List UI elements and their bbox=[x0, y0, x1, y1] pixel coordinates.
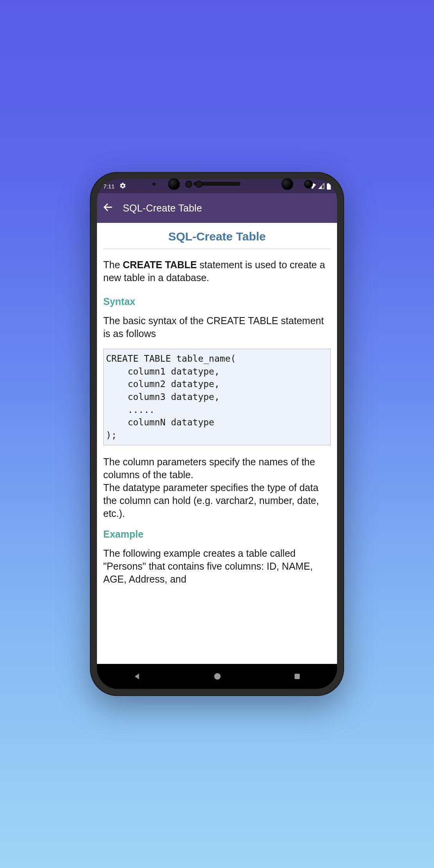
intro-text: The CREATE TABLE statement is used to cr… bbox=[103, 258, 331, 284]
nav-home-button[interactable] bbox=[213, 672, 222, 681]
syntax-description: The basic syntax of the CREATE TABLE sta… bbox=[103, 314, 331, 340]
column-description: The column parameters specify the names … bbox=[103, 456, 331, 520]
status-time: 7:11 bbox=[103, 183, 115, 190]
status-bar: 7:11 bbox=[97, 179, 337, 193]
phone-camera bbox=[304, 180, 313, 188]
example-heading: Example bbox=[103, 529, 331, 540]
phone-sensor bbox=[195, 181, 203, 188]
svg-rect-4 bbox=[295, 674, 300, 679]
content-scroll[interactable]: SQL-Create Table The CREATE TABLE statem… bbox=[97, 223, 337, 664]
app-bar: SQL-Create Table bbox=[97, 193, 337, 223]
phone-screen: 7:11 SQL-Create Ta bbox=[97, 179, 337, 689]
phone-camera bbox=[168, 178, 180, 190]
system-nav-bar bbox=[97, 664, 337, 689]
battery-icon bbox=[327, 183, 331, 190]
intro-keyword: CREATE TABLE bbox=[123, 259, 197, 270]
syntax-code-block: CREATE TABLE table_name( column1 datatyp… bbox=[103, 349, 331, 445]
phone-camera bbox=[282, 178, 293, 190]
nav-recent-button[interactable] bbox=[293, 673, 301, 680]
phone-sensor bbox=[152, 183, 156, 186]
nav-back-button[interactable] bbox=[133, 672, 142, 681]
back-button[interactable] bbox=[102, 202, 113, 214]
phone-frame: 7:11 SQL-Create Ta bbox=[90, 172, 344, 696]
divider bbox=[103, 249, 331, 249]
intro-prefix: The bbox=[103, 259, 123, 270]
example-description: The following example creates a table ca… bbox=[103, 547, 331, 586]
cell-signal-icon bbox=[318, 183, 325, 189]
phone-sensor bbox=[185, 181, 192, 188]
page-title: SQL-Create Table bbox=[103, 230, 331, 243]
app-bar-title: SQL-Create Table bbox=[123, 203, 202, 214]
svg-point-3 bbox=[214, 673, 221, 680]
svg-rect-1 bbox=[328, 183, 330, 183]
gear-icon bbox=[119, 182, 126, 190]
syntax-heading: Syntax bbox=[103, 296, 331, 307]
svg-rect-0 bbox=[327, 183, 331, 190]
scroll-fade bbox=[97, 656, 337, 664]
